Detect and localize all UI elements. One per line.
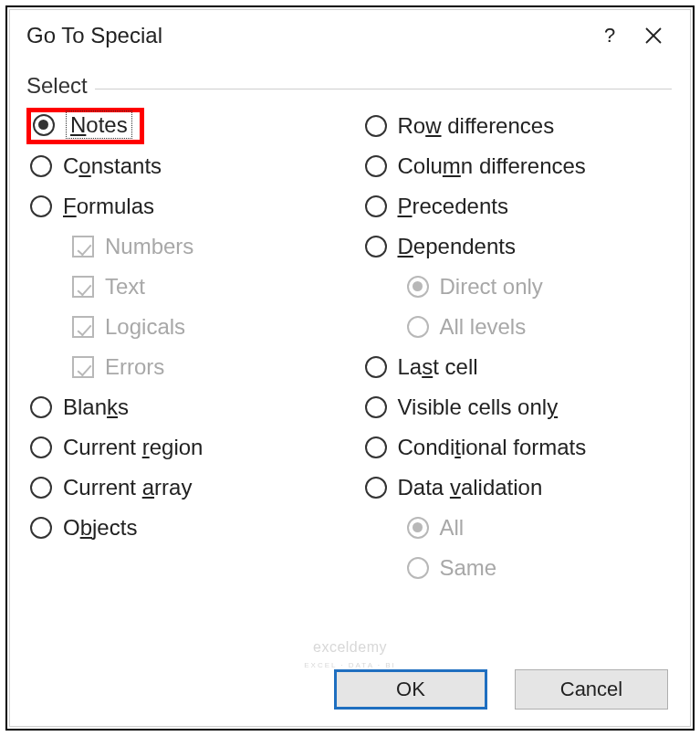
- option-errors-row: Errors: [28, 347, 338, 387]
- check-text: [72, 276, 94, 298]
- dialog-footer: OK Cancel: [10, 662, 690, 726]
- label-current-region: Current region: [63, 435, 203, 460]
- radio-precedents[interactable]: [365, 195, 387, 217]
- radio-constants[interactable]: [30, 155, 52, 177]
- label-errors: Errors: [105, 354, 164, 380]
- label-objects: Objects: [63, 515, 137, 541]
- go-to-special-dialog: Go To Special ? Select Notes: [9, 9, 691, 727]
- check-errors: [72, 356, 94, 378]
- option-logicals-row: Logicals: [28, 307, 338, 347]
- left-column: Notes Constants Formulas Num: [28, 106, 338, 588]
- option-dependents-row[interactable]: Dependents: [363, 226, 673, 267]
- highlight-notes: Notes: [26, 108, 144, 144]
- radio-visible[interactable]: [365, 396, 387, 418]
- check-logicals: [72, 316, 94, 338]
- option-all-row: All: [363, 508, 673, 548]
- label-all: All: [440, 515, 465, 541]
- label-dependents: Dependents: [398, 234, 516, 259]
- option-blanks-row[interactable]: Blanks: [28, 387, 338, 427]
- radio-formulas[interactable]: [30, 195, 52, 217]
- radio-blanks[interactable]: [30, 396, 52, 418]
- radio-cond-formats[interactable]: [365, 436, 387, 458]
- titlebar: Go To Special ?: [10, 10, 690, 59]
- label-row-diff: Row differences: [398, 113, 555, 139]
- option-precedents-row[interactable]: Precedents: [363, 186, 673, 226]
- label-text: Text: [105, 274, 145, 300]
- radio-same: [407, 557, 429, 579]
- close-icon: [644, 26, 663, 45]
- help-button[interactable]: ?: [588, 19, 632, 52]
- dialog-content: Select Notes Constants: [10, 59, 690, 662]
- cancel-button[interactable]: Cancel: [515, 669, 668, 710]
- label-formulas: Formulas: [63, 194, 154, 219]
- label-data-validation: Data validation: [398, 475, 543, 500]
- label-numbers: Numbers: [105, 234, 193, 259]
- radio-row-diff[interactable]: [365, 115, 387, 137]
- radio-data-validation[interactable]: [365, 477, 387, 499]
- group-label: Select: [26, 73, 95, 99]
- radio-dependents[interactable]: [365, 236, 387, 258]
- option-all-levels-row: All levels: [363, 307, 673, 347]
- option-formulas-row[interactable]: Formulas: [28, 186, 338, 226]
- option-data-validation-row[interactable]: Data validation: [363, 468, 673, 508]
- option-current-array-row[interactable]: Current array: [28, 468, 338, 508]
- radio-col-diff[interactable]: [365, 155, 387, 177]
- label-last-cell: Last cell: [398, 354, 478, 380]
- option-last-cell-row[interactable]: Last cell: [363, 347, 673, 387]
- label-constants: Constants: [63, 153, 162, 179]
- label-visible: Visible cells only: [398, 394, 559, 420]
- radio-current-region[interactable]: [30, 436, 52, 458]
- label-blanks: Blanks: [63, 394, 129, 420]
- option-constants-row[interactable]: Constants: [28, 146, 338, 186]
- label-current-array: Current array: [63, 475, 192, 500]
- label-all-levels: All levels: [440, 314, 527, 340]
- option-objects-row[interactable]: Objects: [28, 508, 338, 548]
- radio-all: [407, 517, 429, 539]
- close-button[interactable]: [632, 19, 675, 52]
- option-same-row: Same: [363, 548, 673, 588]
- label-precedents: Precedents: [398, 194, 508, 219]
- option-notes-row[interactable]: Notes: [28, 106, 338, 146]
- label-col-diff: Column differences: [398, 153, 586, 179]
- radio-objects[interactable]: [30, 517, 52, 539]
- option-col-diff-row[interactable]: Column differences: [363, 146, 673, 186]
- dialog-title: Go To Special: [26, 23, 588, 48]
- ok-button[interactable]: OK: [334, 669, 487, 710]
- radio-last-cell[interactable]: [365, 356, 387, 378]
- option-text-row: Text: [28, 267, 338, 307]
- option-cond-formats-row[interactable]: Conditional formats: [363, 427, 673, 468]
- label-direct-only: Direct only: [440, 274, 543, 300]
- radio-direct-only: [407, 276, 429, 298]
- option-row-diff-row[interactable]: Row differences: [363, 106, 673, 146]
- label-notes: Notes: [66, 112, 132, 138]
- option-direct-only-row: Direct only: [363, 267, 673, 307]
- right-column: Row differences Column differences Prece…: [363, 106, 673, 588]
- select-group: Select Notes Constants: [28, 89, 672, 588]
- radio-all-levels: [407, 316, 429, 338]
- radio-current-array[interactable]: [30, 477, 52, 499]
- option-visible-row[interactable]: Visible cells only: [363, 387, 673, 427]
- label-cond-formats: Conditional formats: [398, 435, 587, 460]
- label-same: Same: [440, 555, 497, 581]
- label-logicals: Logicals: [105, 314, 185, 340]
- option-current-region-row[interactable]: Current region: [28, 427, 338, 468]
- check-numbers: [72, 236, 94, 258]
- option-numbers-row: Numbers: [28, 226, 338, 267]
- radio-notes[interactable]: [33, 114, 55, 136]
